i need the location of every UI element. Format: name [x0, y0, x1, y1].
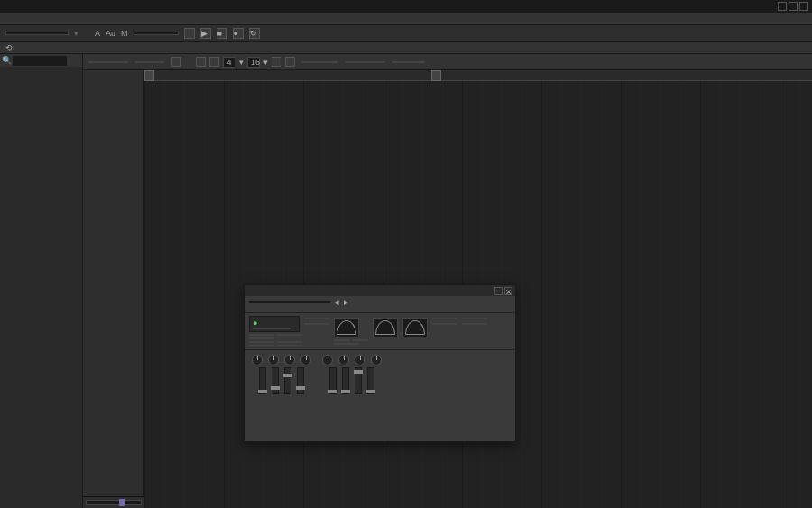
phasemod-wave[interactable] [373, 318, 398, 337]
filt-knob-1[interactable] [322, 355, 333, 365]
master-vol-slider[interactable] [86, 500, 142, 505]
synth-next-icon[interactable]: ▸ [344, 298, 348, 307]
detune-field[interactable] [432, 318, 457, 319]
filt-a-slider[interactable] [329, 367, 337, 394]
metronome-icon[interactable] [184, 28, 195, 39]
output-select[interactable] [346, 61, 385, 63]
titlebar [0, 0, 812, 13]
synth-program-select[interactable] [249, 301, 330, 303]
sound-led-icon: ● [253, 319, 257, 328]
toggle-m[interactable]: M [121, 29, 128, 38]
synth-collapse-icon[interactable] [494, 287, 503, 295]
track-controlbar: 4 ▾ 16 ▾ [83, 54, 812, 70]
filt-r-slider[interactable] [367, 367, 374, 394]
record-select[interactable] [392, 61, 425, 63]
ringmod-field[interactable] [334, 343, 359, 345]
amp-knob-4[interactable] [300, 355, 311, 365]
search-icon: 🔍 [2, 56, 11, 65]
filt-knob-4[interactable] [371, 355, 382, 365]
move-select[interactable] [135, 61, 164, 63]
glide-field[interactable] [277, 345, 302, 346]
grid-btn-3[interactable] [272, 57, 281, 67]
input-select[interactable] [302, 61, 338, 63]
toggle-au[interactable]: Au [106, 29, 115, 38]
master-volume [83, 496, 144, 508]
close-button[interactable] [799, 2, 808, 11]
restore-button[interactable]: ⟲ [5, 43, 13, 52]
phase-field[interactable] [432, 323, 457, 325]
sidebar: 🔍 [0, 54, 83, 508]
menubar [0, 13, 812, 25]
fine-field[interactable] [277, 341, 302, 343]
amp-s-slider[interactable] [284, 367, 291, 394]
filter-select[interactable] [249, 341, 274, 343]
synthesizer-window: ✕ ◂ ▸ ● [244, 284, 516, 442]
toolbar: ▾ A Au M ▶ ■ ● ↻ [0, 25, 812, 42]
cutoff-field[interactable] [249, 345, 274, 346]
amp-knob-3[interactable] [284, 355, 295, 365]
width-field[interactable] [462, 318, 487, 319]
filt-d-slider[interactable] [342, 367, 349, 394]
ruler[interactable] [144, 70, 812, 81]
loop-start-marker[interactable] [144, 70, 154, 81]
grid-btn-1[interactable] [196, 57, 206, 67]
search-input[interactable] [13, 56, 67, 66]
amp-knob-1[interactable] [252, 355, 263, 365]
amp-knob-2[interactable] [268, 355, 279, 365]
shuffle-val[interactable] [171, 57, 181, 67]
toolbar2: ⟲ [0, 42, 812, 54]
offset-field[interactable] [304, 323, 329, 325]
invert-select[interactable] [462, 323, 487, 325]
maximize-button[interactable] [789, 2, 798, 11]
synth-close-icon[interactable]: ✕ [504, 287, 512, 295]
amp-r-slider[interactable] [297, 367, 304, 394]
stop-button[interactable]: ■ [217, 28, 227, 39]
synth-prev-icon[interactable]: ◂ [335, 298, 339, 307]
mode-select[interactable] [277, 334, 302, 336]
osc-wave[interactable] [402, 318, 428, 337]
amp-a-slider[interactable] [259, 367, 266, 394]
coarse-field[interactable] [304, 318, 329, 319]
pan-field[interactable] [249, 337, 274, 339]
grid-btn-4[interactable] [285, 57, 295, 67]
track-select[interactable] [88, 61, 128, 63]
bpm-field[interactable] [134, 32, 179, 35]
tool-select[interactable] [5, 32, 69, 35]
filt-knob-3[interactable] [355, 355, 365, 365]
modulator-wave[interactable] [334, 318, 359, 337]
filt-s-slider[interactable] [355, 367, 362, 394]
grid-btn-2[interactable] [209, 57, 219, 67]
amp-d-slider[interactable] [272, 367, 279, 394]
loop-end-marker[interactable] [431, 70, 441, 81]
minimize-button[interactable] [778, 2, 787, 11]
record-button[interactable]: ● [233, 28, 244, 39]
filt-knob-2[interactable] [338, 355, 349, 365]
vol-field[interactable] [249, 334, 274, 336]
loop-button[interactable]: ↻ [249, 28, 260, 39]
wave-select[interactable] [253, 328, 291, 329]
play-button[interactable]: ▶ [200, 28, 211, 39]
toggle-a[interactable]: A [95, 29, 100, 38]
